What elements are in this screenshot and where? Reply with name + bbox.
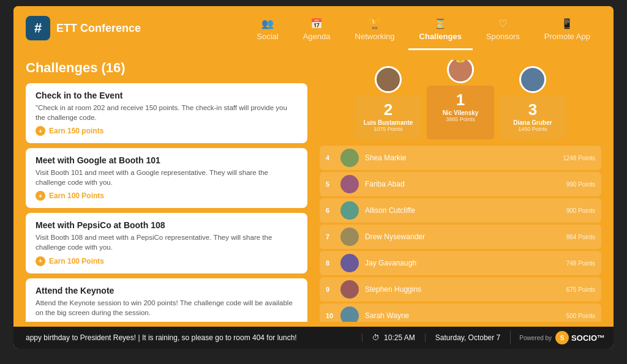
- leader-row-8: 8 Jay Gavanaugh 748 Points: [320, 251, 601, 275]
- svg-point-18: [345, 309, 354, 318]
- challenges-list: Check in to the Event "Check in at room …: [26, 83, 307, 322]
- svg-point-5: [525, 83, 540, 91]
- tab-social[interactable]: 👥 Social: [246, 10, 289, 50]
- podium-rank-2: 2: [384, 100, 392, 119]
- name-10: Sarah Wayne: [365, 311, 560, 320]
- challenge-desc-1: Visit Booth 101 and meet with a Google r…: [36, 168, 298, 187]
- tab-sponsors[interactable]: ♡ Sponsors: [475, 10, 531, 50]
- avatar-7: [340, 228, 359, 246]
- ticker-bar: appy birthday to President Reyes! | It i…: [13, 327, 614, 349]
- podium-box-1: 1 Nic Vilensky 3885 Points: [427, 86, 494, 139]
- tab-challenges[interactable]: ⏳ Challenges: [408, 10, 473, 50]
- earn-icon-0: +: [36, 126, 45, 136]
- points-9: 675 Points: [566, 286, 595, 293]
- app-logo-icon: #: [26, 16, 50, 40]
- tab-promote[interactable]: 📱 Promote App: [533, 10, 601, 50]
- rank-5: 5: [326, 180, 334, 188]
- tab-networking-label: Networking: [355, 32, 395, 41]
- socio-icon: S: [555, 331, 569, 344]
- podium-points-3: 1450 Points: [518, 126, 547, 132]
- podium-points-2: 1075 Points: [374, 126, 403, 132]
- avatar-4: [340, 149, 359, 167]
- rank-9: 9: [326, 286, 334, 293]
- svg-point-12: [345, 230, 354, 239]
- points-5: 990 Points: [566, 181, 595, 188]
- points-8: 748 Points: [566, 260, 595, 267]
- svg-point-13: [344, 239, 356, 246]
- tab-agenda[interactable]: 📅 Agenda: [292, 10, 342, 50]
- challenge-desc-3: Attend the Keynote session to win 200 po…: [36, 298, 298, 318]
- nav-tabs: 👥 Social 📅 Agenda 🏆 Networking ⏳ Challen…: [141, 6, 601, 50]
- podium-avatar-3: [519, 66, 546, 93]
- svg-point-15: [344, 266, 356, 272]
- right-panel: 2 Luis Bustamante 1075 Points 👑 1 Nic Vi…: [320, 60, 601, 322]
- svg-point-7: [344, 160, 356, 167]
- podium-avatar-1: [447, 60, 474, 83]
- rank-4: 4: [326, 154, 334, 162]
- svg-point-14: [345, 256, 354, 265]
- name-7: Drew Nysewander: [365, 232, 560, 241]
- leaderboard-list: 4 Shea Markie 1248 Points 5 Fariba Abad …: [320, 146, 601, 322]
- avatar-9: [340, 280, 359, 299]
- tab-challenges-label: Challenges: [419, 32, 462, 41]
- points-6: 900 Points: [566, 207, 595, 214]
- podium-name-1: Nic Vilensky: [443, 110, 479, 116]
- tab-sponsors-label: Sponsors: [486, 32, 520, 41]
- tab-networking[interactable]: 🏆 Networking: [344, 10, 406, 50]
- avatar-6: [340, 201, 359, 220]
- podium-third: 3 Diana Gruber 1450 Points: [499, 66, 566, 139]
- challenge-card-1: Meet with Google at Booth 101 Visit Boot…: [26, 148, 307, 208]
- svg-point-11: [344, 213, 356, 220]
- challenge-title-0: Check in to the Event: [36, 91, 298, 100]
- earn-label-2: Earn 100 Points: [49, 257, 104, 266]
- name-6: Allison Cutcliffe: [365, 206, 560, 215]
- podium-rank-3: 3: [528, 100, 537, 119]
- podium-rank-1: 1: [456, 91, 465, 110]
- name-5: Fariba Abad: [365, 180, 560, 188]
- networking-icon: 🏆: [369, 18, 381, 29]
- agenda-icon: 📅: [310, 18, 323, 29]
- earn-label-0: Earn 150 points: [49, 127, 103, 135]
- svg-point-3: [453, 73, 468, 81]
- challenge-desc-2: Visit Booth 108 and meet with a PepsiCo …: [36, 232, 298, 252]
- rank-10: 10: [326, 312, 334, 319]
- left-panel: Challenges (16) Check in to the Event "C…: [26, 60, 307, 322]
- clock-icon: ⏱: [372, 333, 380, 342]
- ticker-date: Saturday, October 7: [425, 333, 511, 342]
- points-4: 1248 Points: [563, 155, 595, 162]
- rank-7: 7: [326, 233, 334, 240]
- social-icon: 👥: [261, 18, 274, 29]
- socio-logo: S SOCIO™: [555, 331, 605, 344]
- svg-point-6: [345, 151, 354, 160]
- podium-box-3: 3 Diana Gruber 1450 Points: [499, 95, 566, 139]
- svg-point-1: [381, 83, 396, 91]
- svg-point-10: [345, 204, 354, 212]
- avatar-5: [340, 175, 359, 193]
- avatar-10: [340, 306, 359, 322]
- sponsors-icon: ♡: [498, 18, 507, 29]
- challenges-icon: ⏳: [434, 18, 446, 29]
- challenge-desc-0: "Check in at room 202 and receive 150 po…: [36, 103, 298, 122]
- podium-box-2: 2 Luis Bustamante 1075 Points: [355, 95, 422, 139]
- leader-row-9: 9 Stephen Huggins 675 Points: [320, 277, 601, 302]
- earn-points-1: + Earn 100 Points: [36, 191, 298, 201]
- svg-point-9: [344, 187, 356, 193]
- svg-point-17: [344, 292, 356, 299]
- svg-point-16: [345, 283, 354, 291]
- podium-avatar-2: [375, 66, 402, 93]
- podium-name-3: Diana Gruber: [513, 119, 552, 126]
- earn-points-0: + Earn 150 points: [36, 126, 298, 136]
- challenges-title: Challenges (16): [26, 60, 307, 76]
- powered-by-label: Powered by: [519, 335, 552, 341]
- challenge-title-3: Attend the Keynote: [36, 286, 298, 295]
- challenge-card-0: Check in to the Event "Check in at room …: [26, 83, 307, 143]
- svg-point-4: [527, 71, 538, 81]
- app-title: ETT Conference: [56, 22, 141, 35]
- leader-row-4: 4 Shea Markie 1248 Points: [320, 146, 601, 170]
- time-value: 10:25 AM: [384, 333, 415, 342]
- challenge-card-2: Meet with PepsiCo at Booth 108 Visit Boo…: [26, 213, 307, 273]
- name-9: Stephen Huggins: [365, 285, 560, 294]
- leader-row-5: 5 Fariba Abad 990 Points: [320, 172, 601, 196]
- podium-first: 👑 1 Nic Vilensky 3885 Points: [427, 60, 494, 139]
- ticker-powered-by: Powered by S SOCIO™: [510, 331, 614, 344]
